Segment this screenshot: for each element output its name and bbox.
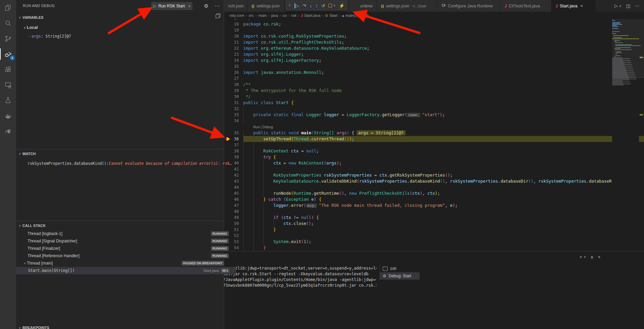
indent-guide (253, 233, 263, 239)
breadcrumb-item[interactable]: main (258, 13, 267, 17)
split-editor-icon[interactable]: ◫ (626, 3, 630, 8)
step-into-icon[interactable]: ↓ (310, 3, 312, 8)
new-terminal-icon[interactable]: + (580, 254, 582, 260)
terminal-list-item-zsh[interactable]: ›zsh (380, 265, 420, 272)
close-icon[interactable]: × (581, 3, 583, 8)
restart-icon[interactable]: ↺ (321, 3, 325, 8)
run-and-debug-icon[interactable]: 1 (0, 46, 16, 62)
search-icon[interactable] (0, 15, 16, 31)
maximize-panel-icon[interactable]: ∧ (590, 254, 594, 260)
line-number[interactable]: 32 (224, 106, 239, 112)
line-number[interactable]: 44 (224, 184, 239, 190)
thread-row[interactable]: ∨Thread [main]PAUSED ON BREAKPOINT (16, 260, 231, 267)
panel-actions: +∨∧× (580, 251, 600, 262)
thread-row[interactable]: Thread [Reference Handler]RUNNING (16, 252, 235, 260)
variable-args-row[interactable]: › args : String[2]@7 (16, 33, 235, 40)
breadcrumb-item[interactable]: rskj-core (229, 13, 244, 17)
more-actions-icon[interactable]: ⋯ (635, 3, 639, 8)
editor-tab-nch-json[interactable]: nch.json (224, 0, 248, 12)
breadcrumb-item[interactable]: rsk (291, 13, 296, 17)
watch-expression-row[interactable]: rskSystemProperties.databaseKind(): Cann… (16, 160, 235, 167)
more-actions-icon[interactable]: ⋯ (215, 3, 220, 9)
run-file-icon[interactable]: ▷ (614, 3, 618, 8)
continue-icon[interactable]: ▷ (294, 3, 299, 8)
editor-tab-start-java[interactable]: JStart.java× (551, 0, 596, 12)
run-debug-code-lens[interactable]: Run | Debug (253, 125, 273, 129)
run-file-chevron-icon[interactable]: ∨ (619, 4, 622, 8)
source-control-icon[interactable] (0, 31, 16, 46)
line-number[interactable]: 50 (224, 221, 239, 227)
line-number[interactable]: 29 (224, 88, 239, 94)
tab-label: settings.json (386, 4, 409, 8)
stack-frame-row[interactable]: Start.main(String[]) Start.java 36:1 (16, 267, 236, 274)
extensions-icon[interactable] (0, 62, 16, 77)
editor-tab-configure-java-runtime[interactable]: Configure Java Runtime (437, 0, 500, 12)
line-number[interactable]: 21 (224, 39, 239, 45)
line-number[interactable]: 31 (224, 100, 239, 106)
gradle-icon[interactable] (0, 124, 16, 139)
editor-tab-settings-json[interactable]: {}settings.json~/.../User (377, 0, 437, 12)
step-out-icon[interactable]: ↑ (316, 3, 318, 8)
line-number[interactable]: 30 (224, 94, 239, 100)
editor-tab-settings-json[interactable]: {}settings.json (248, 0, 287, 12)
minimap[interactable] (612, 19, 639, 251)
hot-code-replace-icon[interactable]: ⚡ (339, 3, 344, 8)
breadcrumb-item[interactable]: ◆main(String[]) (342, 13, 369, 17)
line-number[interactable]: 28 (224, 82, 239, 88)
line-number[interactable]: 49 (224, 215, 239, 221)
testing-icon[interactable] (0, 93, 16, 108)
editor-tab-clitoolstest-java[interactable]: JCliToolsTest.java (500, 0, 551, 12)
breadcrumb-item[interactable]: src (249, 13, 254, 17)
close-panel-icon[interactable]: × (598, 254, 600, 260)
thread-row[interactable]: Thread [Signal Dispatcher]RUNNING (16, 237, 235, 245)
code-text: /** (243, 82, 644, 88)
line-number[interactable]: 26 (224, 69, 239, 76)
line-number[interactable]: 42 (224, 172, 239, 178)
line-number[interactable]: 43 (224, 178, 239, 184)
line-number[interactable]: 38 (224, 148, 239, 154)
thread-row[interactable]: Thread [logback-1]RUNNING (16, 230, 235, 237)
code-lens-row: Run | Debug (224, 124, 644, 130)
minimap-slider[interactable] (612, 19, 644, 78)
start-debugging-button[interactable]: ▷ Run RSK Start ∨ (151, 2, 193, 10)
breadcrumb-item[interactable]: JStart.java (301, 13, 320, 17)
line-number[interactable]: 25 (224, 63, 239, 69)
line-number[interactable]: 45 (224, 190, 239, 196)
breadcrumb-item[interactable]: java (271, 13, 278, 17)
variables-scope-local[interactable]: ∨ Local (16, 24, 231, 31)
gear-icon[interactable]: ⚙ (204, 3, 208, 9)
line-number[interactable]: 22 (224, 45, 239, 51)
remote-explorer-icon[interactable] (0, 77, 16, 93)
line-number[interactable]: 47 (224, 202, 239, 208)
line-number[interactable]: 46 (224, 196, 239, 202)
terminal-list-item-debug-start[interactable]: ⚙Debug: Start (380, 272, 420, 280)
terminal-profile-chevron-icon[interactable]: ∨ (584, 255, 586, 258)
line-number[interactable]: 33 (224, 112, 239, 118)
drag-grip-icon[interactable]: ⠿ (288, 3, 291, 8)
line-number[interactable]: 23 (224, 51, 239, 57)
thread-row[interactable]: Thread [Finalizer]RUNNING (16, 245, 235, 252)
line-number[interactable]: 35 (224, 130, 239, 136)
call-stack-section-header[interactable]: ∨ CALL STACK (19, 224, 46, 228)
line-number[interactable]: 36 (224, 136, 239, 142)
variables-section-header[interactable]: ∨ VARIABLES (19, 15, 44, 19)
token: main (301, 130, 311, 135)
watch-section-header[interactable]: ∨ WATCH (19, 152, 36, 156)
stop-menu-chevron-icon[interactable]: ∨ (333, 4, 335, 7)
breadcrumb-item[interactable]: co (283, 13, 287, 17)
line-number[interactable]: 24 (224, 57, 239, 63)
explorer-icon[interactable] (0, 0, 16, 15)
line-number[interactable]: 39 (224, 154, 239, 160)
stop-icon[interactable] (328, 4, 332, 7)
line-number[interactable]: 48 (224, 208, 239, 215)
chevron-down-icon[interactable]: ∨ (188, 4, 191, 8)
line-number[interactable]: 37 (224, 142, 239, 148)
breadcrumb-item[interactable]: ⊙Start (325, 13, 338, 18)
breakpoints-section-header[interactable]: ∨ BREAKPOINTS (19, 326, 49, 329)
token: ctx (291, 148, 299, 153)
code-editor[interactable]: 17 */18package co.rsk;1920import co.rsk.… (224, 19, 644, 251)
line-number[interactable]: 27 (224, 76, 239, 82)
step-over-icon[interactable]: ↷ (303, 3, 307, 8)
line-number[interactable]: 34 (224, 118, 239, 124)
docker-icon[interactable] (0, 108, 16, 124)
